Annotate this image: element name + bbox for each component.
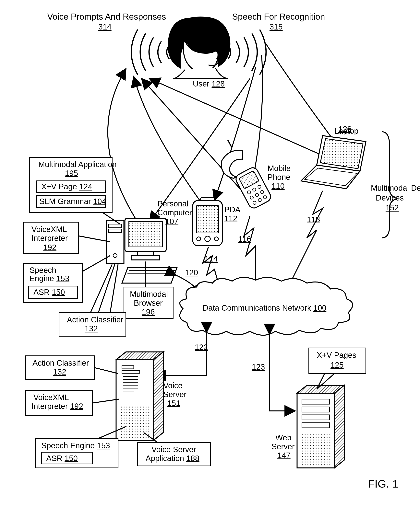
vxml-int-ref: 192 — [43, 243, 56, 252]
svg-rect-29 — [138, 252, 153, 256]
web-server-label1: Web — [275, 433, 292, 442]
svg-text:ASR  150: ASR 150 — [33, 288, 65, 296]
multibrowser-label1: Multimodal — [130, 290, 168, 298]
prompts-ref: 314 — [98, 22, 112, 31]
mobile-label1: Mobile — [268, 164, 291, 173]
recog-label: Speech For Recognition — [232, 12, 325, 22]
svg-line-44 — [79, 236, 110, 242]
mobile-label2: Phone — [268, 173, 290, 181]
multibrowser-label2: Browser — [134, 299, 163, 307]
devices-group-label: Multimodal Devices — [371, 184, 420, 192]
svg-text:X+V Page  124: X+V Page 124 — [41, 182, 92, 191]
vxml-int-label2: Interpreter — [31, 234, 68, 243]
svg-text:Engine  153: Engine 153 — [30, 274, 69, 283]
pda-icon — [193, 198, 222, 246]
voice-server-icon — [116, 352, 163, 440]
xv-pages-label: X+V Pages — [317, 351, 356, 359]
svg-point-19 — [197, 237, 201, 241]
devices-group-label2: Devices — [376, 193, 404, 202]
pda-ref: 112 — [224, 214, 237, 223]
pc-link-ref: 120 — [185, 268, 198, 277]
multimodal-application-box: Multimodal Application 195 X+V Page 124 … — [30, 157, 117, 212]
svg-text:ASR  150: ASR 150 — [46, 454, 78, 463]
action-classifier-ref-upper: 132 — [85, 324, 98, 333]
devices-group-ref: 152 — [386, 203, 399, 212]
laptop-icon — [301, 136, 366, 189]
vxml-int-label1: VoiceXML — [31, 225, 67, 234]
svg-rect-18 — [196, 206, 219, 233]
svg-text:Speech Engine  153: Speech Engine 153 — [41, 441, 110, 450]
arrow-recog-to-laptop — [266, 43, 340, 149]
vs-app-label2: Application 188 — [146, 454, 199, 463]
web-server-ref: 147 — [277, 451, 291, 460]
cloud-left-link-ref: 122 — [195, 343, 208, 352]
svg-text:SLM Grammar  104: SLM Grammar 104 — [39, 197, 106, 206]
mobile-link-ref: 116 — [238, 235, 251, 243]
voice-server-label2: Server — [163, 390, 187, 399]
pc-label2: Computer — [157, 208, 192, 217]
svg-text:Speech: Speech — [30, 266, 56, 274]
voice-server-ref: 151 — [167, 399, 180, 408]
mobile-link-icon — [244, 216, 256, 283]
pc-label1: Personal — [157, 199, 188, 208]
svg-line-51 — [98, 264, 115, 313]
vs-vxml-label1: VoiceXML — [33, 393, 69, 402]
cloud-to-webserver-arrow — [270, 334, 295, 411]
sound-waves-left-icon — [131, 29, 169, 75]
voice-server-label1: Voice — [163, 381, 183, 390]
user-icon — [168, 16, 231, 79]
recog-ref: 315 — [270, 22, 283, 31]
svg-line-16 — [228, 140, 232, 147]
svg-point-4 — [207, 46, 210, 50]
vs-ac-label: Action Classifier — [32, 359, 89, 367]
prompts-label: Voice Prompts And Responses — [47, 12, 166, 22]
multibrowser-ref: 196 — [142, 308, 155, 316]
web-server-label2: Server — [271, 442, 295, 451]
svg-line-64 — [94, 368, 118, 374]
laptop-link-icon — [289, 191, 323, 285]
vs-ac-ref: 132 — [53, 368, 66, 376]
vs-vxml-label2: Interpreter 192 — [31, 402, 83, 411]
svg-rect-63 — [119, 405, 150, 438]
svg-text:195: 195 — [65, 169, 78, 177]
svg-point-21 — [214, 237, 218, 241]
svg-point-20 — [205, 236, 210, 242]
pda-link-icon — [203, 247, 218, 283]
arrow-pda-to-prompts — [134, 77, 203, 205]
svg-rect-77 — [300, 434, 331, 466]
mobile-ref: 110 — [271, 182, 285, 190]
laptop-link-ref: 118 — [307, 215, 320, 224]
action-classifier-label-upper: Action Classifier — [67, 315, 123, 324]
vs-app-label1: Voice Server — [151, 445, 196, 454]
arrow-laptop-to-prompts — [150, 79, 327, 157]
svg-rect-30 — [132, 256, 159, 260]
speech-engine-box: Speech Engine 153 ASR 150 — [24, 264, 83, 303]
pda-link-ref: 114 — [205, 254, 218, 263]
svg-rect-22 — [201, 198, 214, 200]
user-label: User 128 — [193, 79, 225, 88]
figure-label: FIG. 1 — [368, 478, 398, 490]
vs-speech-engine-box: Speech Engine 153 ASR 150 — [35, 438, 118, 468]
pda-label: PDA — [224, 205, 240, 214]
svg-line-53 — [110, 265, 118, 313]
web-server-icon — [297, 385, 344, 468]
svg-text:Multimodal Application: Multimodal Application — [38, 160, 117, 169]
sound-waves-right-icon — [228, 29, 266, 75]
pc-ref: 107 — [165, 217, 178, 226]
cloud-right-link-ref: 123 — [252, 362, 265, 371]
svg-line-65 — [92, 399, 119, 403]
xv-pages-ref: 125 — [330, 361, 344, 369]
svg-rect-28 — [129, 222, 162, 247]
laptop-ref2: 126 — [338, 125, 352, 133]
network-label: Data Communications Network 100 — [203, 303, 326, 312]
